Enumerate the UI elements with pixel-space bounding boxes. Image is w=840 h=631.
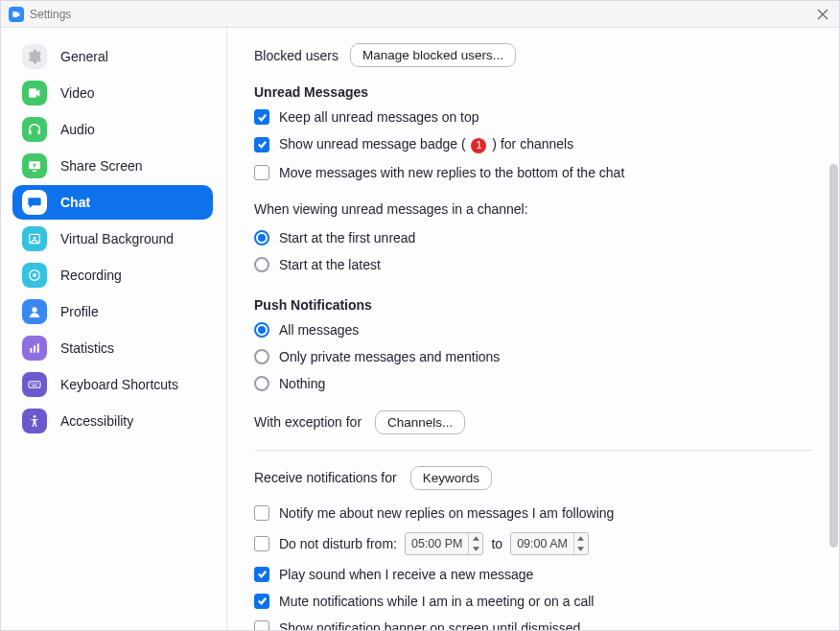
radio-all-messages[interactable] (254, 322, 269, 338)
dnd-to-label: to (491, 536, 502, 551)
sidebar: General Video Audio Share Screen (1, 28, 227, 630)
option-label: Nothing (279, 376, 325, 391)
option-label: Keep all unread messages on top (279, 109, 479, 125)
virtual-bg-icon (22, 226, 47, 251)
sidebar-item-label: Share Screen (60, 158, 143, 174)
titlebar: Settings (1, 1, 839, 28)
sidebar-item-label: Video (60, 85, 95, 101)
svg-rect-8 (30, 348, 32, 353)
spinner (468, 533, 482, 554)
radio-start-first-unread[interactable] (254, 230, 269, 245)
text: ) for channels (492, 136, 573, 152)
radio-only-private[interactable] (254, 349, 269, 364)
checkbox-play-sound[interactable] (254, 567, 269, 582)
checkbox-move-new-replies[interactable] (254, 165, 269, 180)
option-label: Play sound when I receive a new message (279, 567, 533, 582)
sidebar-item-chat[interactable]: Chat (12, 185, 213, 220)
svg-rect-16 (32, 386, 36, 386)
content-area: Blocked users Manage blocked users... Un… (227, 28, 839, 630)
unread-messages-heading: Unread Messages (254, 84, 812, 100)
text: Show unread message badge ( (279, 136, 466, 152)
spinner-down[interactable] (574, 544, 588, 554)
sidebar-item-label: Recording (60, 268, 122, 283)
dnd-from-input[interactable]: 05:00 PM (405, 532, 484, 555)
app-icon (9, 7, 24, 22)
svg-rect-0 (29, 130, 32, 135)
svg-point-4 (34, 237, 36, 240)
sidebar-item-label: Virtual Background (60, 231, 174, 246)
divider (254, 450, 812, 451)
share-screen-icon (22, 153, 47, 178)
sidebar-item-general[interactable]: General (12, 39, 213, 74)
headphones-icon (22, 117, 47, 142)
sidebar-item-label: General (60, 49, 108, 64)
statistics-icon (22, 336, 47, 361)
option-label: Show unread message badge ( 1 ) for chan… (279, 136, 573, 153)
svg-rect-11 (29, 382, 40, 388)
viewing-unread-label: When viewing unread messages in a channe… (254, 201, 812, 217)
accessibility-icon (22, 409, 47, 433)
sidebar-item-label: Accessibility (60, 413, 133, 429)
svg-point-17 (34, 415, 36, 418)
spinner (573, 533, 588, 554)
checkbox-notify-following[interactable] (254, 505, 269, 521)
sidebar-item-statistics[interactable]: Statistics (12, 331, 213, 365)
sidebar-item-video[interactable]: Video (12, 76, 213, 110)
push-notifications-heading: Push Notifications (254, 297, 812, 313)
svg-rect-15 (36, 384, 37, 385)
option-label: All messages (279, 322, 359, 338)
sidebar-item-audio[interactable]: Audio (12, 112, 213, 147)
option-label: Start at the latest (279, 257, 381, 272)
svg-rect-10 (37, 343, 39, 352)
checkbox-mute-in-meeting[interactable] (254, 594, 269, 609)
svg-rect-12 (31, 384, 32, 385)
sidebar-item-virtual-background[interactable]: Virtual Background (12, 222, 213, 256)
channels-button[interactable]: Channels... (375, 410, 465, 434)
option-label: Mute notifications while I am in a meeti… (279, 594, 594, 609)
sidebar-item-share-screen[interactable]: Share Screen (12, 149, 213, 183)
radio-nothing[interactable] (254, 376, 269, 391)
radio-start-latest[interactable] (254, 257, 269, 272)
gear-icon (22, 44, 47, 69)
checkbox-do-not-disturb[interactable] (254, 536, 269, 551)
checkbox-show-unread-badge[interactable] (254, 137, 269, 152)
time-value: 09:00 AM (511, 537, 573, 550)
option-label: Do not disturb from: (279, 536, 397, 551)
spinner-up[interactable] (469, 533, 482, 544)
sidebar-item-label: Statistics (60, 340, 114, 356)
scrollbar-track[interactable] (829, 30, 838, 628)
option-label: Move messages with new replies to the bo… (279, 165, 624, 180)
dnd-to-input[interactable]: 09:00 AM (510, 532, 589, 555)
sidebar-item-keyboard-shortcuts[interactable]: Keyboard Shortcuts (12, 367, 213, 402)
checkbox-keep-unread-top[interactable] (254, 109, 269, 125)
time-value: 05:00 PM (406, 537, 469, 550)
content-scroll[interactable]: Blocked users Manage blocked users... Un… (227, 28, 839, 630)
svg-rect-14 (35, 384, 35, 385)
svg-rect-9 (34, 345, 35, 352)
option-label: Show notification banner on screen until… (279, 620, 580, 631)
checkbox-show-banner[interactable] (254, 620, 269, 631)
manage-blocked-users-button[interactable]: Manage blocked users... (350, 43, 516, 67)
option-label: Only private messages and mentions (279, 349, 500, 364)
unread-badge-icon: 1 (471, 138, 486, 153)
svg-rect-1 (37, 130, 40, 135)
body: General Video Audio Share Screen (1, 28, 839, 630)
sidebar-item-label: Chat (60, 195, 90, 210)
video-icon (22, 81, 47, 105)
sidebar-item-accessibility[interactable]: Accessibility (12, 404, 213, 438)
keyboard-icon (22, 372, 47, 397)
sidebar-item-label: Profile (60, 304, 99, 319)
sidebar-item-profile[interactable]: Profile (12, 294, 213, 329)
spinner-down[interactable] (469, 544, 482, 554)
blocked-users-label: Blocked users (254, 48, 338, 63)
spinner-up[interactable] (574, 533, 588, 544)
sidebar-item-recording[interactable]: Recording (12, 258, 213, 292)
sidebar-item-label: Keyboard Shortcuts (60, 377, 178, 392)
receive-notifications-label: Receive notifications for (254, 470, 397, 485)
svg-point-6 (33, 273, 36, 277)
sidebar-item-label: Audio (60, 122, 95, 137)
close-button[interactable] (814, 6, 831, 23)
keywords-button[interactable]: Keywords (410, 466, 492, 490)
window-title: Settings (30, 8, 71, 21)
scrollbar-thumb[interactable] (829, 164, 838, 548)
